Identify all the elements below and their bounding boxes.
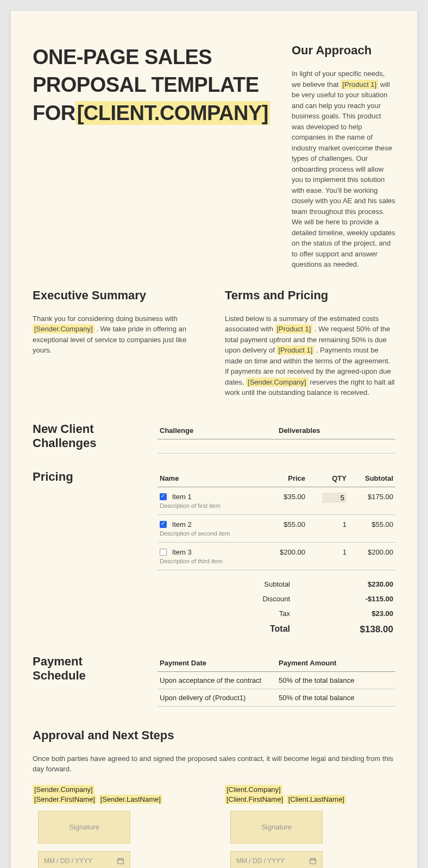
sender-date-field[interactable]: MM / DD / YYYY bbox=[38, 851, 130, 868]
tax-value: $23.00 bbox=[333, 609, 393, 618]
price-col-header: Price bbox=[265, 470, 307, 487]
calendar-icon bbox=[117, 857, 124, 865]
sender-company-token: [Sender.Company] bbox=[33, 324, 95, 334]
terms-text: Listed below is a summary of the estimat… bbox=[225, 313, 395, 398]
tax-label: Tax bbox=[236, 609, 290, 618]
item-description: Description of first item bbox=[160, 502, 262, 509]
document-title: ONE-PAGE SALES PROPOSAL TEMPLATE FOR[CLI… bbox=[33, 43, 270, 127]
product-token: [Product 1] bbox=[341, 80, 378, 89]
terms-heading: Terms and Pricing bbox=[225, 288, 395, 303]
pricing-heading: Pricing bbox=[33, 470, 136, 638]
sender-company-token: [Sender.Company] bbox=[246, 378, 308, 387]
svg-rect-0 bbox=[118, 859, 124, 864]
item-price: $200.00 bbox=[265, 542, 307, 570]
item-description: Description of third item bbox=[160, 558, 262, 564]
approach-text: In light of your specific needs, we beli… bbox=[292, 68, 395, 270]
item-description: Description of second item bbox=[160, 530, 262, 537]
discount-value: -$115.00 bbox=[333, 595, 393, 603]
pricing-table: Name Price QTY Subtotal Item 1 Descripti… bbox=[158, 470, 395, 570]
qty-input[interactable] bbox=[322, 493, 347, 503]
deliverables-col-header: Deliverables bbox=[276, 422, 395, 439]
item-price: $55.00 bbox=[265, 514, 307, 542]
schedule-table: Payment Date Payment Amount Upon accepta… bbox=[158, 655, 395, 707]
svg-rect-1 bbox=[310, 859, 316, 864]
payment-amount: 50% of the total balance bbox=[276, 671, 395, 689]
exec-summary-text: Thank you for considering doing business… bbox=[33, 313, 203, 356]
text-part: Thank you for considering doing business… bbox=[33, 315, 178, 323]
product-token: [Product 1] bbox=[276, 345, 314, 355]
client-signature-block: [Client.Company] [Client.FirstName] [Cli… bbox=[225, 785, 395, 868]
item-subtotal: $175.00 bbox=[349, 487, 395, 514]
pricing-row: Item 2 Description of second item $55.00… bbox=[158, 514, 395, 542]
qty-col-header: QTY bbox=[307, 470, 349, 487]
qty-value: 1 bbox=[343, 520, 347, 529]
schedule-row: Upon acceptance of the contract 50% of t… bbox=[158, 671, 395, 689]
date-placeholder: MM / DD / YYYY bbox=[236, 857, 285, 865]
item-name: Item 1 bbox=[172, 493, 192, 501]
sender-signature-block: [Sender.Company] [Sender.FirstName] [Sen… bbox=[33, 785, 203, 868]
signature-placeholder: Signature bbox=[261, 823, 292, 831]
pricing-row: Item 3 Description of third item $200.00… bbox=[158, 542, 395, 570]
client-lastname-token: [Client.LastName] bbox=[287, 795, 346, 804]
table-row bbox=[158, 439, 395, 453]
schedule-row: Upon delivery of (Product1) 50% of the t… bbox=[158, 689, 395, 706]
client-company-token: [Client.Company] bbox=[225, 785, 282, 794]
client-signature-field[interactable]: Signature bbox=[230, 811, 323, 844]
exec-summary-heading: Executive Summary bbox=[33, 288, 203, 303]
sender-signature-field[interactable]: Signature bbox=[38, 811, 130, 844]
payment-amount: 50% of the total balance bbox=[276, 689, 395, 706]
challenges-heading: New Client Challenges bbox=[33, 422, 136, 454]
sender-company-token: [Sender.Company] bbox=[33, 785, 95, 794]
item-subtotal: $200.00 bbox=[349, 542, 395, 570]
payment-amount-col-header: Payment Amount bbox=[276, 655, 395, 672]
subtotal-col-header: Subtotal bbox=[349, 470, 395, 487]
challenges-table: Challenge Deliverables bbox=[158, 422, 395, 454]
approach-heading: Our Approach bbox=[292, 43, 395, 58]
client-date-field[interactable]: MM / DD / YYYY bbox=[230, 851, 323, 868]
client-company-token: [CLIENT.COMPANY] bbox=[75, 101, 270, 125]
item-checkbox[interactable] bbox=[160, 493, 167, 500]
client-firstname-token: [Client.FirstName] bbox=[225, 795, 285, 804]
sender-firstname-token: [Sender.FirstName] bbox=[33, 795, 97, 804]
item-checkbox[interactable] bbox=[160, 549, 167, 556]
proposal-document: ONE-PAGE SALES PROPOSAL TEMPLATE FOR[CLI… bbox=[11, 11, 417, 868]
sender-lastname-token: [Sender.LastName] bbox=[99, 795, 162, 804]
discount-label: Discount bbox=[236, 595, 290, 603]
item-name: Item 3 bbox=[172, 548, 192, 556]
qty-value: 1 bbox=[343, 548, 347, 556]
approval-text: Once both parties have agreed to and sig… bbox=[33, 753, 395, 775]
calendar-icon bbox=[309, 857, 317, 865]
approval-heading: Approval and Next Steps bbox=[33, 728, 395, 743]
totals-block: Subtotal $230.00 Discount -$115.00 Tax $… bbox=[158, 577, 395, 638]
subtotal-value: $230.00 bbox=[333, 580, 393, 588]
item-name: Item 2 bbox=[172, 520, 192, 529]
payment-date: Upon acceptance of the contract bbox=[158, 671, 276, 689]
item-subtotal: $55.00 bbox=[349, 514, 395, 542]
subtotal-label: Subtotal bbox=[236, 580, 290, 588]
item-price: $35.00 bbox=[265, 487, 307, 514]
schedule-heading: Payment Schedule bbox=[33, 655, 136, 707]
payment-date-col-header: Payment Date bbox=[158, 655, 276, 672]
challenge-col-header: Challenge bbox=[158, 422, 276, 439]
payment-date: Upon delivery of (Product1) bbox=[158, 689, 276, 706]
total-label: Total bbox=[236, 624, 290, 635]
total-value: $138.00 bbox=[333, 624, 393, 635]
signature-placeholder: Signature bbox=[69, 823, 99, 831]
pricing-row: Item 1 Description of first item $35.00 … bbox=[158, 487, 395, 514]
item-checkbox[interactable] bbox=[160, 521, 167, 528]
product-token: [Product 1] bbox=[275, 324, 313, 334]
approach-text-part: will be very useful to your situation an… bbox=[292, 80, 395, 269]
name-col-header: Name bbox=[158, 470, 265, 487]
date-placeholder: MM / DD / YYYY bbox=[44, 857, 92, 865]
